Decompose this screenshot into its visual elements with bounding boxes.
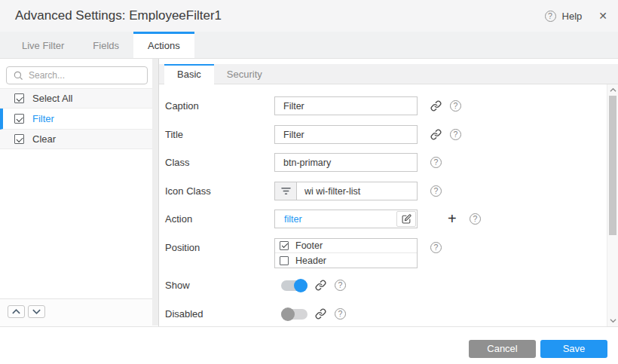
actions-list: Select All Filter Clear — [0, 88, 152, 149]
help-icon[interactable]: ? — [470, 213, 481, 225]
search-box — [6, 66, 148, 84]
toggle-knob — [281, 307, 295, 321]
help-icon[interactable]: ? — [335, 308, 346, 320]
link-icon[interactable] — [315, 280, 326, 291]
advanced-settings-dialog: Advanced Settings: EmployeeFilter1 ? Hel… — [0, 0, 618, 364]
settings-panel: Basic Security Caption ? Title ? — [159, 59, 618, 326]
class-label: Class — [165, 153, 190, 172]
link-icon[interactable] — [315, 308, 326, 320]
scroll-down-icon[interactable] — [607, 318, 618, 323]
list-item-label: Select All — [32, 93, 72, 104]
list-item-select-all[interactable]: Select All — [0, 89, 152, 109]
basic-form: Caption ? Title ? Class ? — [159, 84, 607, 326]
select-all-checkbox[interactable] — [14, 93, 24, 103]
icon-class-label: Icon Class — [165, 182, 211, 200]
action-value[interactable]: filter — [275, 214, 396, 225]
action-field[interactable]: filter — [274, 210, 418, 228]
action-label: Action — [165, 210, 192, 228]
option-label: Footer — [295, 240, 323, 251]
form-row-class: Class ? — [159, 153, 607, 172]
dialog-footer: Cancel Save — [0, 326, 618, 364]
help-icon[interactable]: ? — [450, 100, 461, 112]
list-item-filter[interactable]: Filter — [0, 109, 152, 130]
form-row-show: Show ? — [159, 279, 607, 292]
add-action-button[interactable]: + — [448, 210, 457, 228]
scrollbar-thumb[interactable] — [609, 96, 616, 235]
tab-security[interactable]: Security — [214, 64, 275, 84]
help-link[interactable]: Help — [562, 11, 583, 22]
position-label: Position — [165, 238, 200, 257]
form-row-title: Title ? — [159, 125, 607, 144]
class-input[interactable] — [274, 153, 418, 172]
help-icon[interactable]: ? — [335, 280, 346, 291]
title-input[interactable] — [274, 125, 418, 144]
panel-tab-bar: Basic Security — [159, 64, 618, 84]
search-input[interactable] — [23, 70, 147, 81]
header-checkbox[interactable] — [280, 256, 289, 265]
caption-input[interactable] — [274, 96, 418, 115]
cancel-button[interactable]: Cancel — [469, 340, 536, 358]
dialog-header: Advanced Settings: EmployeeFilter1 ? Hel… — [0, 0, 618, 32]
title-label: Title — [165, 125, 183, 144]
show-toggle[interactable] — [281, 279, 307, 292]
help-icon[interactable]: ? — [545, 11, 556, 22]
tab-actions[interactable]: Actions — [133, 32, 194, 58]
form-row-disabled: Disabled ? — [159, 307, 607, 321]
help-icon[interactable]: ? — [430, 242, 442, 253]
main-tab-bar: Live Filter Fields Actions — [0, 32, 618, 59]
sidebar-footer — [0, 298, 152, 326]
dialog-title: Advanced Settings: EmployeeFilter1 — [15, 0, 222, 32]
tab-fields[interactable]: Fields — [78, 32, 133, 58]
actions-sidebar: Select All Filter Clear — [0, 59, 159, 326]
form-row-caption: Caption ? — [159, 96, 607, 115]
link-icon[interactable] — [430, 100, 442, 112]
toggle-knob — [294, 279, 307, 292]
list-item-clear[interactable]: Clear — [0, 130, 152, 149]
filter-checkbox[interactable] — [14, 114, 24, 124]
form-row-position: Position Footer Header ? — [159, 238, 607, 268]
tab-live-filter[interactable]: Live Filter — [8, 32, 78, 58]
save-button[interactable]: Save — [540, 340, 607, 358]
close-icon[interactable]: ✕ — [598, 10, 607, 22]
position-option-header[interactable]: Header — [275, 253, 417, 268]
icon-class-input[interactable] — [297, 182, 417, 200]
list-item-label: Clear — [32, 133, 56, 145]
help-icon[interactable]: ? — [430, 185, 442, 197]
list-item-label: Filter — [32, 113, 54, 124]
form-row-action: Action filter + ? — [159, 210, 607, 228]
help-icon[interactable]: ? — [450, 129, 461, 140]
caption-label: Caption — [165, 96, 199, 115]
help-icon[interactable]: ? — [430, 157, 442, 168]
clear-checkbox[interactable] — [14, 134, 24, 144]
move-down-button[interactable] — [28, 305, 45, 318]
panel-scrollbar[interactable] — [607, 84, 618, 326]
option-label: Header — [295, 255, 326, 266]
header-actions: ? Help ✕ — [545, 0, 607, 32]
footer-checkbox[interactable] — [280, 241, 289, 250]
sidebar-scrollbar-track[interactable] — [152, 59, 158, 326]
disabled-toggle[interactable] — [281, 307, 307, 321]
link-icon[interactable] — [430, 129, 442, 140]
show-label: Show — [165, 279, 190, 292]
position-option-footer[interactable]: Footer — [275, 239, 417, 253]
search-icon — [13, 70, 23, 81]
position-listbox: Footer Header — [274, 238, 418, 268]
disabled-label: Disabled — [165, 307, 203, 321]
tab-basic[interactable]: Basic — [164, 64, 214, 84]
icon-class-group — [274, 182, 418, 200]
edit-action-icon[interactable] — [396, 211, 416, 227]
move-up-button[interactable] — [8, 305, 25, 318]
form-row-icon-class: Icon Class ? — [159, 182, 607, 200]
scroll-up-icon[interactable] — [607, 87, 618, 93]
filter-list-icon[interactable] — [275, 182, 297, 200]
